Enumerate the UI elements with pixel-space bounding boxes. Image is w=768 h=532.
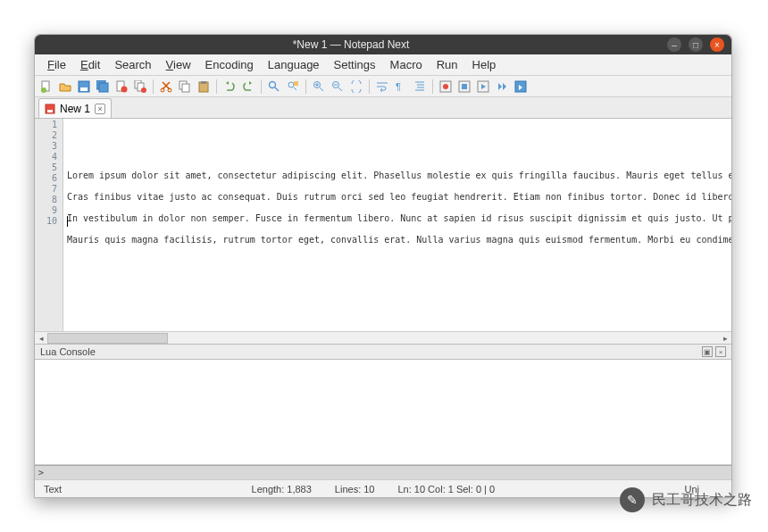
macro-record-icon[interactable] [438, 79, 454, 95]
undo-icon[interactable] [221, 79, 238, 95]
save-all-icon[interactable] [95, 79, 111, 95]
console-float-icon[interactable]: ▣ [702, 346, 713, 357]
menu-help[interactable]: Help [465, 56, 504, 73]
menu-edit[interactable]: Edit [73, 56, 107, 73]
menu-settings[interactable]: Settings [327, 56, 383, 73]
window-title: *New 1 — Notepad Next [42, 38, 660, 51]
macro-play-icon[interactable] [475, 79, 491, 95]
console-header: Lua Console ▣ × [35, 344, 731, 360]
toolbar-separator [305, 79, 306, 94]
console-close-icon[interactable]: × [715, 346, 726, 357]
svg-point-10 [141, 87, 146, 93]
svg-point-17 [270, 81, 276, 87]
show-symbols-icon[interactable]: ¶ [393, 79, 409, 95]
menu-language[interactable]: Language [261, 56, 327, 73]
minimize-button[interactable]: – [667, 37, 681, 52]
scroll-track[interactable] [47, 333, 719, 344]
menu-encoding[interactable]: Encoding [198, 56, 261, 73]
line-number: 7 [35, 184, 63, 195]
paste-icon[interactable] [196, 79, 212, 95]
close-file-icon[interactable] [113, 79, 129, 95]
find-icon[interactable] [266, 79, 282, 95]
toolbar-separator [261, 79, 262, 94]
copy-icon[interactable] [177, 79, 193, 95]
line-gutter: 12345678910 [35, 119, 63, 331]
toolbar-separator [369, 79, 370, 94]
file-tab[interactable]: New 1 × [38, 98, 112, 118]
watermark-avatar-icon: ✎ [620, 487, 645, 512]
code-editor[interactable]: Lorem ipsum dolor sit amet, consectetur … [63, 119, 731, 331]
code-line[interactable] [63, 245, 731, 256]
menu-run[interactable]: Run [430, 56, 465, 73]
line-number: 5 [35, 162, 63, 173]
svg-point-18 [288, 82, 294, 87]
menubar: File Edit Search View Encoding Language … [35, 54, 731, 76]
redo-icon[interactable] [240, 79, 256, 95]
code-line[interactable]: Mauris quis magna facilisis, rutrum tort… [63, 235, 731, 245]
code-line[interactable] [63, 224, 731, 235]
console-input[interactable]: > [35, 465, 731, 479]
svg-rect-30 [47, 110, 53, 112]
line-number: 10 [35, 216, 63, 227]
svg-point-1 [41, 87, 46, 93]
toolbar: ¶ [35, 76, 731, 97]
tab-close-icon[interactable]: × [95, 104, 105, 114]
code-line[interactable] [63, 149, 731, 160]
text-cursor [67, 216, 68, 227]
svg-rect-16 [201, 81, 206, 84]
cut-icon[interactable] [158, 79, 174, 95]
menu-search[interactable]: Search [107, 56, 158, 73]
zoom-in-icon[interactable] [311, 79, 327, 95]
replace-icon[interactable] [285, 79, 301, 95]
menu-macro[interactable]: Macro [383, 56, 430, 73]
line-number: 1 [35, 120, 63, 130]
line-number: 2 [35, 130, 63, 141]
watermark: ✎ 民工哥技术之路 [620, 487, 752, 512]
svg-rect-3 [80, 87, 88, 91]
macro-play-multi-icon[interactable] [494, 79, 510, 95]
macro-save-icon[interactable] [513, 79, 529, 95]
titlebar: *New 1 — Notepad Next – □ × [35, 35, 731, 54]
sync-scroll-icon[interactable] [348, 79, 364, 95]
file-modified-icon [45, 104, 55, 114]
status-lines: Lines: 10 [331, 484, 379, 495]
status-length: Length: 1,883 [248, 484, 315, 495]
code-line[interactable] [63, 160, 731, 170]
svg-text:¶: ¶ [396, 81, 401, 92]
indent-guide-icon[interactable] [412, 79, 428, 95]
watermark-text: 民工哥技术之路 [652, 491, 752, 510]
close-window-button[interactable]: × [710, 37, 724, 52]
scroll-thumb[interactable] [47, 333, 168, 344]
app-window: *New 1 — Notepad Next – □ × File Edit Se… [34, 34, 732, 498]
toolbar-separator [432, 79, 433, 94]
open-file-icon[interactable] [57, 79, 73, 95]
save-icon[interactable] [76, 79, 92, 95]
line-number: 8 [35, 195, 63, 205]
svg-rect-26 [462, 84, 467, 89]
code-line[interactable]: Lorem ipsum dolor sit amet, consectetur … [63, 170, 731, 181]
scroll-left-icon[interactable]: ◂ [35, 332, 47, 345]
status-filetype: Text [40, 484, 65, 495]
maximize-button[interactable]: □ [689, 37, 703, 52]
svg-rect-19 [294, 81, 298, 86]
zoom-out-icon[interactable] [330, 79, 346, 95]
console-output[interactable] [35, 360, 731, 465]
console-title: Lua Console [40, 346, 96, 357]
code-line[interactable]: In vestibulum in dolor non semper. Fusce… [63, 213, 731, 224]
new-file-icon[interactable] [38, 79, 54, 95]
scroll-right-icon[interactable]: ▸ [719, 332, 731, 345]
word-wrap-icon[interactable] [374, 79, 390, 95]
macro-stop-icon[interactable] [456, 79, 472, 95]
tab-label: New 1 [60, 103, 90, 115]
horizontal-scrollbar[interactable]: ◂ ▸ [35, 331, 731, 344]
close-all-icon[interactable] [132, 79, 148, 95]
line-number: 9 [35, 205, 63, 216]
svg-point-7 [121, 86, 128, 92]
code-line[interactable] [63, 203, 731, 213]
menu-view[interactable]: View [159, 56, 198, 73]
menu-file[interactable]: File [40, 56, 73, 73]
svg-rect-14 [182, 84, 189, 92]
code-line[interactable] [63, 181, 731, 192]
editor-scroll: 12345678910 Lorem ipsum dolor sit amet, … [35, 119, 731, 331]
code-line[interactable]: Cras finibus vitae justo ac consequat. D… [63, 192, 731, 203]
